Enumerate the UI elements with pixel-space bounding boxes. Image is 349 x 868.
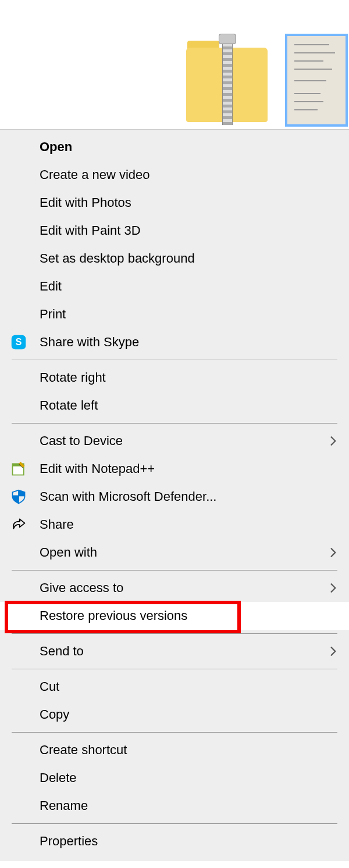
blank-icon [10,432,40,450]
menu-send-to[interactable]: Send to [0,637,349,665]
blank-icon [10,138,40,156]
menu-edit-photos[interactable]: Edit with Photos [0,189,349,217]
menu-copy[interactable]: Copy [0,701,349,729]
blank-icon [10,579,40,597]
menu-share-skype[interactable]: S Share with Skype [0,328,349,356]
menu-create-video[interactable]: Create a new video [0,161,349,189]
menu-rotate-left[interactable]: Rotate left [0,392,349,419]
menu-divider [12,570,337,571]
menu-label: Create a new video [40,167,339,182]
menu-cast-to-device[interactable]: Cast to Device [0,427,349,455]
menu-divider [12,732,337,733]
menu-set-desktop-background[interactable]: Set as desktop background [0,245,349,272]
blank-icon [10,193,40,212]
blank-icon [10,797,40,815]
context-menu: Open Create a new video Edit with Photos… [0,129,349,861]
menu-divider [12,823,337,824]
menu-scan-defender[interactable]: Scan with Microsoft Defender... [0,483,349,511]
blank-icon [10,705,40,724]
menu-restore-previous-versions[interactable]: Restore previous versions [0,602,349,630]
zip-folder-icon[interactable] [186,41,268,128]
menu-cut[interactable]: Cut [0,673,349,701]
selected-image-thumbnail[interactable] [285,34,348,127]
menu-label: Delete [40,770,339,785]
share-icon [10,515,40,534]
submenu-arrow-icon [321,583,339,593]
blank-icon [10,607,40,625]
blank-icon [10,769,40,787]
menu-label: Rotate left [40,398,339,413]
blank-icon [10,677,40,696]
menu-properties[interactable]: Properties [0,827,349,855]
menu-label: Rename [40,798,339,813]
menu-label: Cut [40,679,339,694]
menu-edit-paint3d[interactable]: Edit with Paint 3D [0,217,349,245]
menu-divider [12,423,337,424]
blank-icon [10,396,40,415]
menu-divider [12,360,337,360]
blank-icon [10,642,40,661]
menu-edit[interactable]: Edit [0,272,349,300]
svg-text:S: S [16,337,22,347]
blank-icon [10,277,40,296]
menu-label: Rotate right [40,370,339,385]
menu-label: Share with Skype [40,335,339,350]
highlighted-menu-item: Restore previous versions [0,602,349,630]
menu-label: Edit with Notepad++ [40,461,339,476]
menu-label: Send to [40,644,321,659]
skype-icon: S [10,333,40,351]
blank-icon [10,368,40,387]
menu-label: Open with [40,545,321,560]
menu-delete[interactable]: Delete [0,764,349,792]
blank-icon [10,249,40,268]
menu-label: Restore previous versions [40,608,339,623]
menu-label: Edit [40,279,339,294]
blank-icon [10,305,40,324]
menu-divider [12,633,337,634]
menu-label: Print [40,307,339,322]
menu-share[interactable]: Share [0,511,349,539]
blank-icon [10,832,40,851]
menu-label: Set as desktop background [40,251,339,266]
desktop-background [0,0,349,131]
menu-label: Give access to [40,580,321,596]
submenu-arrow-icon [321,547,339,558]
blank-icon [10,221,40,240]
defender-shield-icon [10,487,40,506]
menu-create-shortcut[interactable]: Create shortcut [0,736,349,764]
menu-label: Open [40,139,339,155]
menu-label: Scan with Microsoft Defender... [40,489,339,504]
menu-give-access-to[interactable]: Give access to [0,574,349,602]
menu-open[interactable]: Open [0,133,349,161]
menu-label: Edit with Paint 3D [40,223,339,238]
menu-label: Create shortcut [40,743,339,758]
menu-print[interactable]: Print [0,300,349,328]
menu-label: Share [40,517,339,532]
menu-label: Copy [40,707,339,722]
notepad-plus-plus-icon [10,460,40,478]
menu-rename[interactable]: Rename [0,792,349,820]
blank-icon [10,166,40,184]
menu-label: Edit with Photos [40,195,339,210]
menu-label: Cast to Device [40,433,321,449]
menu-edit-notepad-plus-plus[interactable]: Edit with Notepad++ [0,455,349,483]
submenu-arrow-icon [321,646,339,657]
blank-icon [10,543,40,562]
menu-label: Properties [40,834,339,849]
blank-icon [10,741,40,759]
submenu-arrow-icon [321,436,339,446]
menu-open-with[interactable]: Open with [0,539,349,566]
menu-divider [12,669,337,669]
menu-rotate-right[interactable]: Rotate right [0,364,349,392]
